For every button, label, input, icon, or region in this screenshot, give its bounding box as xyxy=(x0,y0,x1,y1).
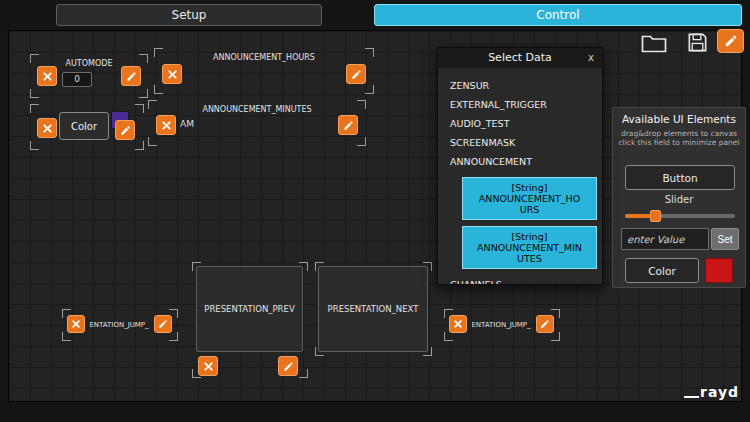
widget-presentation-prev[interactable]: PRESENTATION_PREV xyxy=(194,264,306,376)
widget-announcement-minutes[interactable]: AM ANNOUNCEMENT_MINUTES xyxy=(150,102,364,144)
data-item-audio-test[interactable]: AUDIO_TEST xyxy=(438,114,602,133)
edit-widget-button[interactable] xyxy=(115,120,135,140)
widget-automode[interactable]: AUTOMODE 0 xyxy=(32,56,146,96)
pencil-icon xyxy=(351,69,362,80)
red-color-swatch[interactable] xyxy=(705,258,733,283)
edit-widget-button[interactable] xyxy=(536,315,554,333)
x-icon xyxy=(161,120,172,131)
widget-announcement-hours[interactable]: ANNOUNCEMENT_HOURS xyxy=(156,50,372,92)
data-list: ZENSUR EXTERNAL_TRIGGER AUDIO_TEST SCREE… xyxy=(438,68,602,285)
top-tab-bar: Setup Control xyxy=(0,0,750,30)
close-icon[interactable]: x xyxy=(588,48,594,68)
x-icon xyxy=(167,69,178,80)
bottom-bar xyxy=(0,402,750,422)
x-icon xyxy=(453,319,463,329)
delete-widget-button[interactable] xyxy=(162,64,182,84)
data-item-announcement[interactable]: ANNOUNCEMENT xyxy=(438,152,602,171)
panel-title: Available UI Elements xyxy=(613,113,745,125)
select-data-panel: Select Data x ZENSUR EXTERNAL_TRIGGER AU… xyxy=(437,47,603,285)
pencil-icon xyxy=(126,71,137,82)
slider-thumb[interactable] xyxy=(650,210,661,222)
logo-underscore xyxy=(684,396,699,398)
ui-element-button[interactable]: Button xyxy=(625,165,735,190)
pencil-icon xyxy=(724,34,738,48)
color-widget-button[interactable]: Color xyxy=(59,112,109,140)
presentation-prev-button[interactable]: PRESENTATION_PREV xyxy=(196,266,303,352)
delete-widget-button[interactable] xyxy=(37,118,57,138)
delete-widget-button[interactable] xyxy=(67,315,85,333)
edit-widget-button[interactable] xyxy=(278,356,298,376)
widget-color[interactable]: Color xyxy=(32,106,142,148)
data-item-zensur[interactable]: ZENSUR xyxy=(438,76,602,95)
pencil-icon xyxy=(120,125,131,136)
logo-text: rayd xyxy=(700,385,739,400)
rayd-logo: rayd xyxy=(684,382,744,400)
x-icon xyxy=(203,361,214,372)
panel-title: Select Data xyxy=(438,48,602,68)
edit-mode-button[interactable] xyxy=(717,29,744,53)
tab-control[interactable]: Control xyxy=(374,4,742,26)
widget-label: ANNOUNCEMENT_MINUTES xyxy=(150,105,364,114)
field-name: ANNOUNCEMENT_MINUTES xyxy=(477,242,582,264)
widget-label: ENTATION_JUMP_ xyxy=(468,321,534,329)
field-type: [String] xyxy=(477,182,582,193)
ui-element-color-button[interactable]: Color xyxy=(625,258,699,283)
minutes-value: AM xyxy=(180,119,194,129)
widget-label: AUTOMODE xyxy=(58,59,120,68)
save-button[interactable] xyxy=(686,30,710,54)
presentation-next-button[interactable]: PRESENTATION_NEXT xyxy=(318,266,428,352)
delete-widget-button[interactable] xyxy=(37,66,57,86)
widget-presentation-jump-left[interactable]: ENTATION_JUMP_ xyxy=(64,311,176,339)
widget-presentation-next[interactable]: PRESENTATION_NEXT xyxy=(317,264,430,354)
x-icon xyxy=(42,123,53,134)
x-icon xyxy=(42,71,53,82)
data-item-screenmask[interactable]: SCREENMASK xyxy=(438,133,602,152)
edit-widget-button[interactable] xyxy=(338,115,358,135)
panel-hint-1: drag&drop elements to canvas xyxy=(613,129,745,138)
tab-setup[interactable]: Setup xyxy=(56,4,322,26)
pencil-icon xyxy=(343,120,354,131)
set-button[interactable]: Set xyxy=(711,228,739,250)
edit-widget-button[interactable] xyxy=(154,315,172,333)
open-file-button[interactable] xyxy=(641,32,669,53)
value-input[interactable] xyxy=(621,228,709,250)
delete-widget-button[interactable] xyxy=(198,356,218,376)
data-item-external-trigger[interactable]: EXTERNAL_TRIGGER xyxy=(438,95,602,114)
data-field-announcement-minutes[interactable]: [String] ANNOUNCEMENT_MINUTES xyxy=(462,226,597,269)
pencil-icon xyxy=(540,319,550,329)
select-data-header[interactable]: Select Data x xyxy=(438,48,602,68)
pencil-icon xyxy=(283,361,294,372)
field-type: [String] xyxy=(477,231,582,242)
ui-element-slider[interactable] xyxy=(625,214,735,218)
widget-presentation-jump-right[interactable]: ENTATION_JUMP_ xyxy=(446,311,558,339)
data-field-announcement-hours[interactable]: [String] ANNOUNCEMENT_HOURS xyxy=(462,177,597,220)
edit-widget-button[interactable] xyxy=(121,66,141,86)
edit-widget-button[interactable] xyxy=(346,64,366,84)
x-icon xyxy=(71,319,81,329)
delete-widget-button[interactable] xyxy=(156,115,176,135)
panel-hint-2: click this field to minimize panel xyxy=(613,138,745,147)
widget-label: ANNOUNCEMENT_HOURS xyxy=(156,53,372,62)
field-name: ANNOUNCEMENT_HOURS xyxy=(477,193,582,215)
available-ui-elements-panel[interactable]: Available UI Elements drag&drop elements… xyxy=(612,107,746,288)
slider-label: Slider xyxy=(613,194,745,205)
widget-label: ENTATION_JUMP_ xyxy=(86,321,152,329)
delete-widget-button[interactable] xyxy=(449,315,467,333)
automode-value[interactable]: 0 xyxy=(62,72,92,87)
data-item-channels[interactable]: CHANNELS xyxy=(438,275,602,285)
pencil-icon xyxy=(158,319,168,329)
